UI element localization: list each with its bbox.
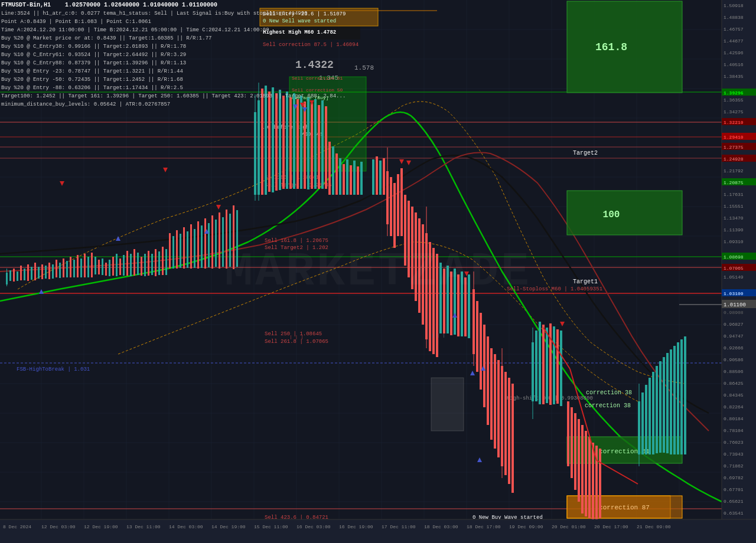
svg-rect-146 bbox=[219, 212, 220, 269]
svg-rect-104 bbox=[70, 257, 71, 277]
symbol-price-row: FTMUSDT-Bin,H1 1.02570000 1.02640000 1.0… bbox=[1, 1, 346, 9]
svg-text:0.86425: 0.86425 bbox=[724, 381, 744, 386]
svg-rect-253 bbox=[649, 378, 651, 454]
svg-rect-204 bbox=[432, 248, 435, 354]
svg-rect-98 bbox=[48, 263, 50, 279]
svg-text:16 Dec 19:00: 16 Dec 19:00 bbox=[339, 524, 373, 529]
buy-line-4: Buy %10 @ C_Entry88: 0.87379 || Target:1… bbox=[1, 59, 346, 67]
svg-text:1.38435: 1.38435 bbox=[724, 74, 744, 79]
svg-rect-244 bbox=[585, 431, 587, 516]
svg-rect-101 bbox=[59, 263, 61, 278]
svg-rect-181 bbox=[350, 165, 352, 195]
svg-rect-241 bbox=[574, 413, 576, 490]
svg-rect-143 bbox=[208, 223, 210, 267]
svg-rect-94 bbox=[34, 263, 36, 280]
svg-rect-177 bbox=[335, 153, 338, 195]
svg-rect-226 bbox=[504, 372, 507, 475]
svg-rect-237 bbox=[556, 329, 559, 404]
svg-text:| | |: | | | bbox=[289, 334, 304, 339]
svg-text:1.21792: 1.21792 bbox=[724, 168, 744, 174]
svg-text:12 Dec 03:00: 12 Dec 03:00 bbox=[41, 524, 76, 529]
svg-rect-131 bbox=[165, 249, 167, 275]
svg-rect-261 bbox=[677, 342, 679, 454]
svg-rect-212 bbox=[461, 272, 463, 336]
svg-text:FSB-HighToBreak | 1.031: FSB-HighToBreak | 1.031 bbox=[17, 367, 90, 372]
svg-rect-93 bbox=[31, 267, 32, 280]
svg-text:0.88506: 0.88506 bbox=[724, 369, 744, 374]
svg-rect-232 bbox=[539, 322, 541, 404]
svg-rect-234 bbox=[546, 328, 548, 403]
svg-rect-238 bbox=[560, 331, 562, 406]
svg-rect-128 bbox=[155, 249, 157, 276]
svg-rect-206 bbox=[439, 263, 442, 333]
svg-text:1.05149: 1.05149 bbox=[724, 274, 744, 280]
svg-rect-174 bbox=[325, 106, 327, 189]
svg-text:100: 100 bbox=[603, 210, 620, 220]
svg-text:16 Dec 03:00: 16 Dec 03:00 bbox=[296, 524, 331, 529]
svg-rect-172 bbox=[318, 105, 320, 189]
svg-rect-115 bbox=[109, 260, 110, 276]
svg-text:1.46757: 1.46757 bbox=[724, 27, 744, 32]
svg-text:Sell-Stoploss M60 | 1.04059351: Sell-Stoploss M60 | 1.04059351 bbox=[507, 286, 602, 292]
svg-rect-342 bbox=[0, 519, 756, 543]
svg-rect-239 bbox=[567, 401, 569, 466]
svg-rect-116 bbox=[112, 257, 114, 276]
svg-rect-103 bbox=[66, 261, 68, 277]
svg-rect-223 bbox=[497, 360, 500, 457]
svg-text:1.24928: 1.24928 bbox=[724, 156, 744, 162]
svg-rect-162 bbox=[282, 96, 285, 189]
svg-rect-138 bbox=[190, 224, 192, 269]
svg-text:1.34275: 1.34275 bbox=[724, 109, 744, 115]
svg-rect-130 bbox=[162, 247, 164, 275]
svg-text:21 Dec 09:00: 21 Dec 09:00 bbox=[637, 524, 671, 529]
svg-rect-166 bbox=[296, 99, 299, 189]
svg-text:1.27375: 1.27375 bbox=[724, 145, 744, 150]
svg-text:0.76023: 0.76023 bbox=[724, 440, 744, 445]
svg-rect-170 bbox=[311, 103, 313, 189]
svg-text:0.84345: 0.84345 bbox=[724, 392, 744, 398]
points-info: Point A:0.8439 | Point B:1.083 | Point C… bbox=[1, 18, 346, 26]
svg-rect-246 bbox=[592, 443, 594, 519]
svg-rect-148 bbox=[226, 210, 227, 269]
svg-rect-256 bbox=[659, 361, 662, 453]
svg-rect-133 bbox=[172, 236, 174, 269]
svg-rect-99 bbox=[52, 264, 54, 279]
svg-text:0.73943: 0.73943 bbox=[724, 452, 744, 457]
svg-rect-259 bbox=[670, 349, 672, 454]
svg-text:13 Dec 11:00: 13 Dec 11:00 bbox=[126, 524, 161, 529]
svg-text:| | |: | | | bbox=[431, 332, 445, 338]
svg-rect-105 bbox=[73, 260, 75, 277]
svg-rect-255 bbox=[656, 366, 658, 453]
svg-rect-184 bbox=[360, 162, 363, 195]
time-info: Time A:2024.12.20 11:00:00 | Time B:2024… bbox=[1, 26, 346, 34]
svg-rect-195 bbox=[404, 195, 406, 266]
buy-line-6: Buy %20 @ Entry -50: 0.72435 || Target:1… bbox=[1, 76, 346, 84]
svg-rect-191 bbox=[390, 177, 392, 236]
svg-rect-233 bbox=[542, 325, 545, 404]
svg-rect-194 bbox=[400, 168, 403, 236]
svg-text:12 Dec 19:00: 12 Dec 19:00 bbox=[84, 524, 118, 529]
buy-line-7: Buy %20 @ Entry -88: 0.63206 || Target:1… bbox=[1, 84, 346, 92]
svg-rect-112 bbox=[98, 260, 100, 274]
svg-rect-263 bbox=[684, 336, 686, 454]
svg-rect-243 bbox=[581, 425, 584, 513]
svg-rect-114 bbox=[105, 263, 107, 276]
ohlc: 1.02570000 1.02640000 1.01040000 1.01100… bbox=[65, 2, 217, 8]
svg-rect-91 bbox=[24, 269, 25, 280]
svg-rect-220 bbox=[487, 336, 489, 425]
svg-text:1.11390: 1.11390 bbox=[724, 227, 744, 233]
svg-text:Sell Target2 | 1.202: Sell Target2 | 1.202 bbox=[265, 245, 328, 251]
svg-rect-135 bbox=[180, 234, 181, 268]
svg-text:1.578: 1.578 bbox=[354, 64, 374, 71]
line-info: Line:3524 || h1_atr_c:0: 0.0277 tema_h1_… bbox=[1, 9, 346, 18]
svg-rect-117 bbox=[116, 254, 118, 276]
svg-rect-198 bbox=[415, 212, 417, 301]
svg-rect-199 bbox=[418, 218, 421, 313]
svg-text:20 Dec 17:00: 20 Dec 17:00 bbox=[594, 524, 628, 529]
buy-line-3: Buy %10 @ C_Entry61: 0.93524 || Target:2… bbox=[1, 51, 346, 59]
svg-text:17 Dec 11:00: 17 Dec 11:00 bbox=[382, 524, 416, 529]
svg-text:19 Dec 09:00: 19 Dec 09:00 bbox=[509, 524, 543, 529]
buy-line-1: Buy %20 @ Market price or at: 0.8439 || … bbox=[1, 34, 346, 42]
svg-rect-113 bbox=[102, 259, 103, 275]
svg-text:1.48838: 1.48838 bbox=[724, 15, 744, 20]
